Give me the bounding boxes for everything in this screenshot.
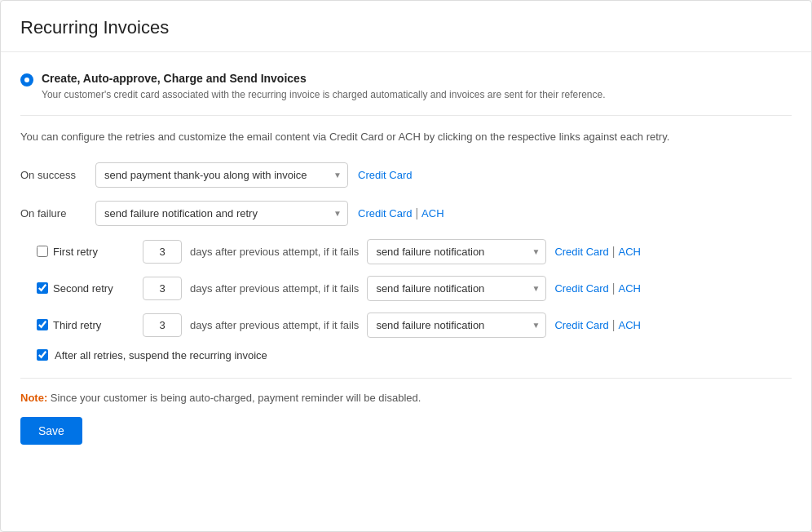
on-failure-credit-card-link[interactable]: Credit Card [358,207,412,219]
on-failure-links: Credit Card | ACH [358,206,444,219]
page-header: Recurring Invoices [1,1,811,52]
on-success-credit-card-link[interactable]: Credit Card [358,169,412,181]
third-retry-links: Credit Card | ACH [554,318,641,331]
second-retry-credit-card-link[interactable]: Credit Card [554,282,608,295]
on-success-label: On success [20,169,86,181]
first-retry-sep: | [612,245,616,258]
on-failure-row: On failure send failure notification and… [20,201,792,226]
third-retry-credit-card-link[interactable]: Credit Card [554,319,608,331]
on-failure-select-wrapper: send failure notification and retry send… [95,201,348,226]
first-retry-label: First retry [53,246,98,258]
third-retry-days-input[interactable] [143,313,182,337]
after-retries-label: After all retries, suspend the recurring… [55,349,267,361]
option-title: Create, Auto-approve, Charge and Send In… [42,72,606,85]
retry-row-first: First retry days after previous attempt,… [37,239,792,264]
radio-button[interactable] [20,73,33,86]
first-retry-action-wrapper: send failure notification do nothing ▼ [367,239,546,264]
first-retry-credit-card-link[interactable]: Credit Card [554,246,608,258]
bottom-divider [20,378,792,379]
first-retry-action-select[interactable]: send failure notification do nothing [367,239,546,264]
third-retry-checkbox-wrapper: Third retry [37,319,135,331]
on-failure-ach-link[interactable]: ACH [421,207,444,219]
third-retry-ach-link[interactable]: ACH [618,319,640,331]
third-retry-label: Third retry [53,319,101,331]
second-retry-checkbox-wrapper: Second retry [37,282,135,295]
first-retry-days-text: days after previous attempt, if it fails [190,246,359,258]
divider [20,115,792,116]
first-retry-checkbox-wrapper: First retry [37,246,135,258]
second-retry-action-select[interactable]: send failure notification do nothing [367,276,546,301]
info-text: You can configure the retries and custom… [20,129,792,146]
on-success-select[interactable]: send payment thank-you along with invoic… [95,162,348,188]
on-failure-select[interactable]: send failure notification and retry send… [95,201,348,226]
second-retry-days-input[interactable] [143,277,182,300]
page-title: Recurring Invoices [20,17,792,38]
after-retries-checkbox[interactable] [37,349,48,361]
first-retry-days-input[interactable] [143,240,182,264]
first-retry-ach-link[interactable]: ACH [618,246,640,258]
after-retries-row: After all retries, suspend the recurring… [37,349,792,361]
on-success-row: On success send payment thank-you along … [20,162,792,188]
second-retry-label: Second retry [53,282,113,295]
second-retry-checkbox[interactable] [37,282,48,294]
page-content: Create, Auto-approve, Charge and Send In… [1,52,811,464]
retry-row-second: Second retry days after previous attempt… [37,276,792,301]
first-retry-checkbox[interactable] [37,246,48,257]
second-retry-sep: | [612,282,616,295]
option-text-block: Create, Auto-approve, Charge and Send In… [42,72,606,102]
retry-section: First retry days after previous attempt,… [37,239,792,361]
on-failure-label: On failure [20,207,86,219]
second-retry-action-wrapper: send failure notification do nothing ▼ [367,276,546,301]
third-retry-action-select[interactable]: send failure notification do nothing [367,313,546,338]
page-container: Recurring Invoices Create, Auto-approve,… [0,0,812,532]
second-retry-links: Credit Card | ACH [554,282,641,295]
second-retry-ach-link[interactable]: ACH [618,282,640,295]
third-retry-days-text: days after previous attempt, if it fails [190,319,359,331]
note-content: Since your customer is being auto-charge… [51,392,421,404]
on-success-select-wrapper: send payment thank-you along with invoic… [95,162,348,188]
note-label: Note: [20,392,47,404]
note-text: Note: Since your customer is being auto-… [20,392,792,404]
third-retry-action-wrapper: send failure notification do nothing ▼ [367,313,546,338]
option-block: Create, Auto-approve, Charge and Send In… [20,72,792,102]
option-desc: Your customer's credit card associated w… [42,87,606,102]
retry-row-third: Third retry days after previous attempt,… [37,313,792,338]
first-retry-links: Credit Card | ACH [554,245,641,258]
save-button[interactable]: Save [20,417,82,445]
third-retry-checkbox[interactable] [37,319,48,330]
second-retry-days-text: days after previous attempt, if it fails [190,282,359,295]
third-retry-sep: | [612,318,616,331]
on-failure-link-separator: | [415,206,418,219]
